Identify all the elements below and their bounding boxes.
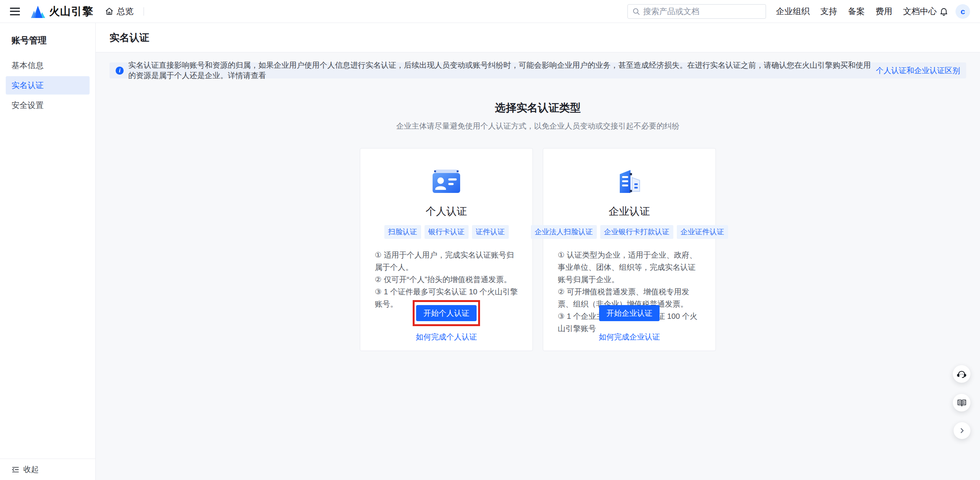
hamburger-menu-icon[interactable] [10, 8, 20, 15]
nav-overview[interactable]: 总览 [105, 6, 134, 17]
tag-bank-transfer-auth: 企业银行卡打款认证 [600, 225, 673, 239]
documentation-button[interactable] [953, 394, 970, 411]
expand-panel-button[interactable] [954, 422, 970, 439]
tag-license-auth: 企业证件认证 [677, 225, 728, 239]
how-to-enterprise-auth-link[interactable]: 如何完成企业认证 [543, 332, 715, 342]
personal-auth-card: 个人认证 扫脸认证 银行卡认证 证件认证 ① 适用于个人用户，完成实名认证账号归… [360, 148, 533, 351]
sidebar-title: 账号管理 [0, 23, 95, 56]
brand-logo[interactable]: 火山引擎 [31, 4, 93, 19]
notification-bell-icon[interactable] [939, 7, 949, 16]
enterprise-tags: 企业法人扫脸认证 企业银行卡打款认证 企业证件认证 [543, 225, 715, 239]
sidebar-item-security-settings[interactable]: 安全设置 [6, 96, 90, 114]
search-box [627, 4, 766, 19]
avatar-initial: c [960, 7, 965, 16]
banner-text: 实名认证直接影响账号和资源的归属，如果企业用户使用个人信息进行实名认证，后续出现… [128, 60, 874, 81]
top-navbar: 火山引擎 总览 企业组织 支持 备案 费用 文档中心 [0, 0, 980, 23]
page-title: 实名认证 [109, 31, 149, 44]
personal-description: ① 适用于个人用户，完成实名认证账号归属于个人。 ② 仅可开“个人”抬头的增值税… [360, 249, 532, 310]
section-subtitle: 企业主体请尽量避免使用个人认证方式，以免企业人员变动或交接引起不必要的纠纷 [109, 121, 966, 131]
info-icon: i [116, 67, 124, 75]
personal-card-title: 个人认证 [360, 204, 532, 218]
sidebar-item-basic-info[interactable]: 基本信息 [6, 56, 90, 75]
enterprise-card-title: 企业认证 [543, 204, 715, 218]
tag-id-auth: 证件认证 [472, 225, 509, 239]
enterprise-building-icon [543, 169, 715, 194]
nav-links: 企业组织 支持 备案 费用 文档中心 [776, 6, 937, 17]
personal-tags: 扫脸认证 银行卡认证 证件认证 [360, 225, 532, 239]
nav-link-org[interactable]: 企业组织 [776, 6, 810, 17]
sidebar-item-realname-auth[interactable]: 实名认证 [6, 76, 90, 95]
sidebar: 账号管理 基本信息 实名认证 安全设置 收起 [0, 23, 96, 480]
enterprise-description: ① 认证类型为企业，适用于企业、政府、事业单位、团体、组织等，完成实名认证账号归… [543, 249, 715, 335]
tag-face-auth: 扫脸认证 [384, 225, 421, 239]
main-content: 实名认证 i 实名认证直接影响账号和资源的归属，如果企业用户使用个人信息进行实名… [96, 23, 980, 480]
banner-difference-link[interactable]: 个人认证和企业认证区别 [876, 65, 960, 76]
nav-link-support[interactable]: 支持 [820, 6, 837, 17]
sidebar-collapse-button[interactable]: 收起 [0, 459, 95, 480]
start-personal-auth-button[interactable]: 开始个人认证 [416, 305, 477, 321]
nav-overview-label: 总览 [117, 6, 134, 17]
headset-icon [957, 369, 967, 379]
volcano-logo-icon [31, 5, 45, 18]
info-banner: i 实名认证直接影响账号和资源的归属，如果企业用户使用个人信息进行实名认证，后续… [109, 62, 966, 78]
tag-bankcard-auth: 银行卡认证 [425, 225, 469, 239]
page-header: 实名认证 [96, 23, 980, 52]
collapse-label: 收起 [23, 464, 39, 475]
nav-link-docs[interactable]: 文档中心 [903, 6, 937, 17]
open-book-icon [957, 398, 967, 408]
home-icon [105, 7, 114, 16]
search-icon [632, 7, 640, 17]
nav-link-filing[interactable]: 备案 [848, 6, 865, 17]
avatar[interactable]: c [956, 4, 970, 19]
personal-id-badge-icon [360, 169, 532, 194]
customer-service-button[interactable] [953, 365, 970, 383]
nav-divider [144, 7, 144, 16]
brand-name: 火山引擎 [49, 4, 93, 19]
search-input[interactable] [627, 4, 766, 19]
collapse-icon [11, 466, 20, 473]
enterprise-auth-card: 企业认证 企业法人扫脸认证 企业银行卡打款认证 企业证件认证 ① 认证类型为企业… [543, 148, 716, 351]
start-enterprise-auth-button[interactable]: 开始企业认证 [599, 305, 660, 321]
how-to-personal-auth-link[interactable]: 如何完成个人认证 [360, 332, 532, 342]
chevron-right-icon [959, 427, 965, 434]
tag-legal-face-auth: 企业法人扫脸认证 [531, 225, 597, 239]
sidebar-menu: 基本信息 实名认证 安全设置 [0, 56, 95, 114]
section-title: 选择实名认证类型 [109, 101, 966, 115]
nav-link-billing[interactable]: 费用 [875, 6, 892, 17]
